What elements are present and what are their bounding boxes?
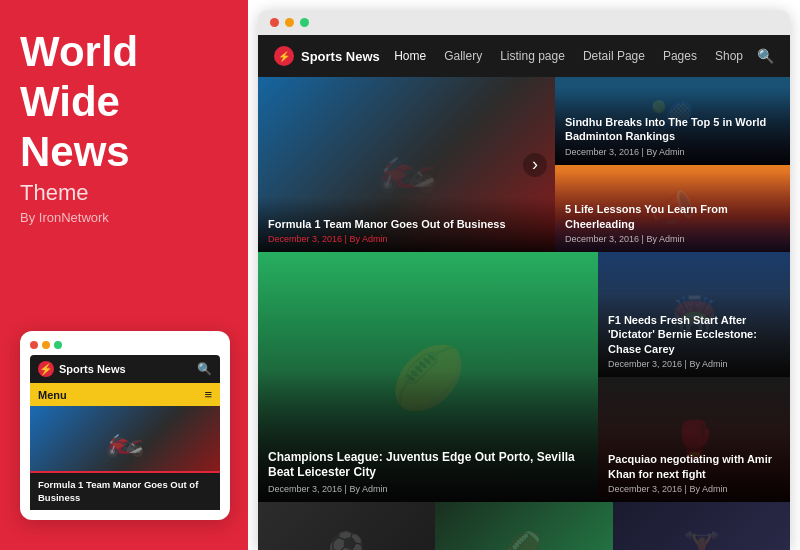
mock-menu-label: Menu	[38, 389, 67, 401]
nav-listing[interactable]: Listing page	[500, 49, 565, 63]
right-card-2[interactable]: 🥊 Pacquiao negotiating with Amir Khan fo…	[598, 377, 790, 502]
side2-title: 5 Life Lessons You Learn From Cheerleadi…	[565, 202, 780, 231]
right1-title: F1 Needs Fresh Start After 'Dictator' Be…	[608, 313, 780, 356]
featured-meta-text: December 3, 2016 | By Admin	[268, 234, 387, 244]
mock-card-title: Formula 1 Team Manor Goes Out of Busines…	[38, 479, 212, 504]
browser-dot-green	[300, 18, 309, 27]
right-panel: ⚡ Sports News Home Gallery Listing page …	[258, 10, 790, 550]
right1-overlay: F1 Needs Fresh Start After 'Dictator' Be…	[598, 293, 790, 377]
right1-meta: December 3, 2016 | By Admin	[608, 359, 780, 369]
featured-overlay: Formula 1 Team Manor Goes Out of Busines…	[258, 197, 555, 252]
main-title: World Wide News Theme By IronNetwork	[20, 30, 228, 255]
mock-dot-green	[54, 341, 62, 349]
top-row: 🏍️ › Formula 1 Team Manor Goes Out of Bu…	[258, 77, 790, 252]
side-card-1[interactable]: 🎾 Sindhu Breaks Into The Top 5 in World …	[555, 77, 790, 165]
side2-meta: December 3, 2016 | By Admin	[565, 234, 780, 244]
mock-menu-bar: Menu ≡	[30, 383, 220, 406]
featured-card[interactable]: 🏍️ › Formula 1 Team Manor Goes Out of Bu…	[258, 77, 555, 252]
content-area: 🏍️ › Formula 1 Team Manor Goes Out of Bu…	[258, 77, 790, 550]
mobile-mockup: ⚡ Sports News 🔍 Menu ≡ 🏍️ Formula 1 Team…	[20, 331, 230, 520]
mock-hero-icon: 🏍️	[105, 420, 145, 458]
right2-overlay: Pacquiao negotiating with Amir Khan for …	[598, 432, 790, 502]
left-panel: World Wide News Theme By IronNetwork ⚡ S…	[0, 0, 248, 550]
big-title: Champions League: Juventus Edge Out Port…	[268, 450, 588, 481]
main-grid: 🏍️ › Formula 1 Team Manor Goes Out of Bu…	[258, 77, 790, 550]
bottom-row: ⚽ 🏈 🏋️	[258, 502, 790, 550]
mock-logo: ⚡ Sports News	[38, 361, 126, 377]
middle-row: 🏉 Champions League: Juventus Edge Out Po…	[258, 252, 790, 502]
mock-header: ⚡ Sports News 🔍	[30, 355, 220, 383]
nav-links[interactable]: Home Gallery Listing page Detail Page Pa…	[394, 49, 743, 63]
mock-hamburger-icon: ≡	[204, 387, 212, 402]
nav-brand-icon: ⚡	[274, 46, 294, 66]
browser-dot-yellow	[285, 18, 294, 27]
side-card-2[interactable]: 📣 5 Life Lessons You Learn From Cheerlea…	[555, 165, 790, 253]
side1-title: Sindhu Breaks Into The Top 5 in World Ba…	[565, 115, 780, 144]
nav-detail[interactable]: Detail Page	[583, 49, 645, 63]
nav-search-icon[interactable]: 🔍	[757, 48, 774, 64]
mock-hero: 🏍️	[30, 406, 220, 471]
side2-overlay: 5 Life Lessons You Learn From Cheerleadi…	[555, 172, 790, 252]
mock-dot-red	[30, 341, 38, 349]
big-overlay: Champions League: Juventus Edge Out Port…	[258, 370, 598, 502]
title-line1: World	[20, 30, 228, 74]
mock-search-icon: 🔍	[197, 362, 212, 376]
featured-title: Formula 1 Team Manor Goes Out of Busines…	[268, 217, 545, 231]
nav-pages[interactable]: Pages	[663, 49, 697, 63]
mock-logo-icon: ⚡	[38, 361, 54, 377]
browser-dot-red	[270, 18, 279, 27]
nav-brand-label: Sports News	[301, 49, 380, 64]
mock-dot-yellow	[42, 341, 50, 349]
right2-title: Pacquiao negotiating with Amir Khan for …	[608, 452, 780, 481]
bottom-card-2[interactable]: 🏈	[435, 502, 612, 550]
nav-gallery[interactable]: Gallery	[444, 49, 482, 63]
mock-dots	[30, 341, 220, 349]
mock-brand-label: Sports News	[59, 363, 126, 375]
big-card[interactable]: 🏉 Champions League: Juventus Edge Out Po…	[258, 252, 598, 502]
nav-brand: ⚡ Sports News	[274, 46, 380, 66]
carousel-next-arrow[interactable]: ›	[523, 153, 547, 177]
bottom-card-3[interactable]: 🏋️	[613, 502, 790, 550]
bottom-card-1[interactable]: ⚽	[258, 502, 435, 550]
big-meta: December 3, 2016 | By Admin	[268, 484, 588, 494]
side1-meta: December 3, 2016 | By Admin	[565, 147, 780, 157]
subtitle: Theme	[20, 180, 228, 206]
site-nav: ⚡ Sports News Home Gallery Listing page …	[258, 35, 790, 77]
featured-meta: December 3, 2016 | By Admin	[268, 234, 545, 244]
right-column: 🏟️ F1 Needs Fresh Start After 'Dictator'…	[598, 252, 790, 502]
side-cards: 🎾 Sindhu Breaks Into The Top 5 in World …	[555, 77, 790, 252]
nav-home[interactable]: Home	[394, 49, 426, 63]
mock-card: Formula 1 Team Manor Goes Out of Busines…	[30, 471, 220, 510]
right2-meta: December 3, 2016 | By Admin	[608, 484, 780, 494]
side1-overlay: Sindhu Breaks Into The Top 5 in World Ba…	[555, 85, 790, 165]
right-card-1[interactable]: 🏟️ F1 Needs Fresh Start After 'Dictator'…	[598, 252, 790, 377]
browser-bar	[258, 10, 790, 35]
byline: By IronNetwork	[20, 210, 228, 225]
nav-shop[interactable]: Shop	[715, 49, 743, 63]
title-line3: News	[20, 130, 228, 174]
title-line2: Wide	[20, 80, 228, 124]
